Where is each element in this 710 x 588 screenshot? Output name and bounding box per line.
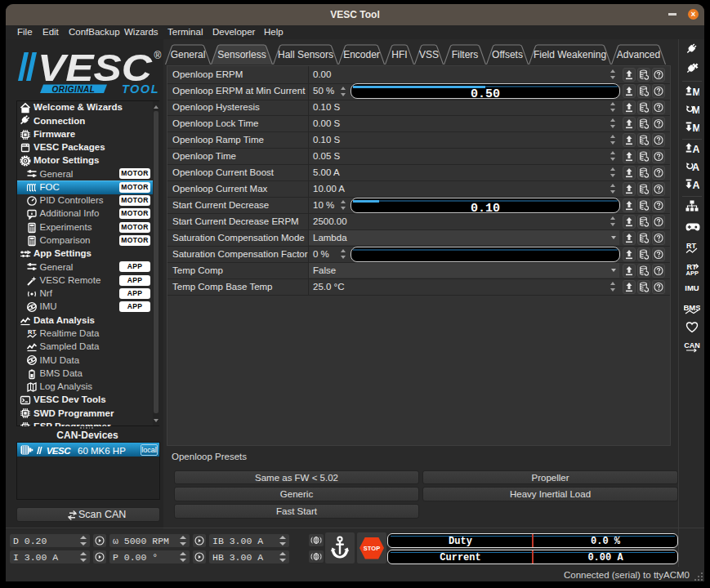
svg-text:®: ® (154, 50, 162, 61)
svg-text:RT: RT (28, 328, 36, 336)
svg-text:TOOL: TOOL (122, 82, 159, 96)
svg-text:RT: RT (686, 242, 696, 250)
svg-text:A: A (693, 180, 699, 191)
svg-text:M: M (693, 87, 699, 98)
svg-text:APP: APP (686, 270, 699, 276)
svg-text:A: A (693, 144, 699, 155)
svg-text:A: A (692, 162, 699, 173)
svg-text:M: M (692, 105, 699, 116)
svg-text:IMU: IMU (685, 283, 699, 292)
svg-text:CAN: CAN (684, 341, 700, 350)
svg-text:ORIGINAL: ORIGINAL (52, 85, 96, 94)
svg-text:M: M (693, 122, 699, 134)
svg-text:VESC: VESC (47, 446, 72, 455)
